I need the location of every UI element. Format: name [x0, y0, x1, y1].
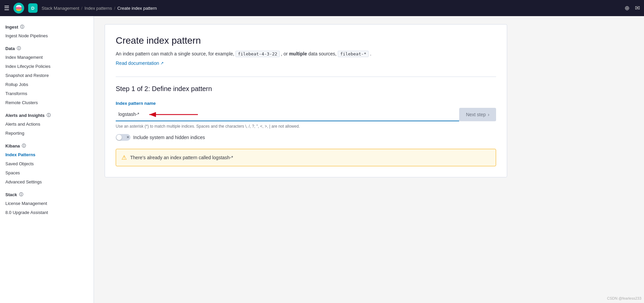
example1-code: filebeat-4-3-22: [235, 51, 279, 57]
toggle-thumb: [116, 135, 122, 140]
input-row: Next step ›: [116, 108, 496, 121]
hamburger-icon[interactable]: ☰: [4, 4, 9, 12]
kibana-help-icon[interactable]: ⓘ: [22, 143, 26, 149]
desc-text-1: An index pattern can match a single sour…: [116, 51, 234, 56]
data-help-icon[interactable]: ⓘ: [17, 46, 21, 51]
sidebar-item-index-lifecycle-policies[interactable]: Index Lifecycle Policies: [0, 62, 94, 71]
alerts-help-icon[interactable]: ⓘ: [47, 113, 51, 118]
next-step-label: Next step: [466, 112, 486, 117]
top-nav-right: ⊕ ✉: [625, 4, 640, 12]
doc-link[interactable]: Read documentation ↗: [116, 60, 164, 66]
sidebar-item-index-management[interactable]: Index Management: [0, 53, 94, 62]
stack-help-icon[interactable]: ⓘ: [19, 192, 23, 198]
sidebar-item-advanced-settings[interactable]: Advanced Settings: [0, 177, 94, 186]
next-step-button[interactable]: Next step ›: [459, 108, 496, 121]
desc-text-2: , or: [281, 51, 289, 56]
breadcrumb-stack-management[interactable]: Stack Management: [42, 6, 79, 11]
main-layout: Ingest ⓘ Ingest Node Pipelines Data ⓘ In…: [0, 16, 644, 303]
sidebar-item-transforms[interactable]: Transforms: [0, 89, 94, 98]
sidebar-item-saved-objects[interactable]: Saved Objects: [0, 159, 94, 168]
sidebar-section-alerts: Alerts and Insights ⓘ Alerts and Actions…: [0, 110, 94, 138]
index-pattern-name-input[interactable]: [116, 108, 459, 121]
top-navigation: ☰ D Stack Management / Index patterns / …: [0, 0, 644, 16]
avatar[interactable]: D: [28, 3, 38, 13]
sidebar-item-upgrade-assistant[interactable]: 8.0 Upgrade Assistant: [0, 208, 94, 217]
sidebar-item-reporting[interactable]: Reporting: [0, 129, 94, 138]
svg-point-3: [15, 7, 22, 9]
sidebar-section-data: Data ⓘ Index Management Index Lifecycle …: [0, 43, 94, 107]
page-title: Create index pattern: [116, 35, 496, 46]
credit-text: CSDN @fearless233: [607, 296, 641, 300]
warning-text: There's already an index pattern called …: [130, 155, 233, 160]
toggle-x-icon: ✕: [126, 135, 129, 139]
breadcrumb-sep-2: /: [114, 6, 115, 11]
warning-icon: ⚠: [121, 154, 127, 161]
sidebar-section-stack: Stack ⓘ License Management 8.0 Upgrade A…: [0, 189, 94, 217]
sidebar-item-remote-clusters[interactable]: Remote Clusters: [0, 98, 94, 107]
sidebar-item-alerts-and-actions[interactable]: Alerts and Actions: [0, 120, 94, 129]
desc-sources: data sources,: [308, 51, 336, 56]
mail-icon[interactable]: ✉: [635, 4, 640, 12]
warning-banner: ⚠ There's already an index pattern calle…: [116, 149, 496, 166]
page-container: Create index pattern An index pattern ca…: [105, 24, 507, 177]
field-label: Index pattern name: [116, 101, 496, 106]
sidebar-item-license-management[interactable]: License Management: [0, 199, 94, 208]
breadcrumb-sep-1: /: [81, 6, 83, 11]
sidebar-section-title-data: Data ⓘ: [0, 43, 94, 53]
sidebar: Ingest ⓘ Ingest Node Pipelines Data ⓘ In…: [0, 16, 94, 303]
sidebar-item-snapshot-restore[interactable]: Snapshot and Restore: [0, 71, 94, 80]
sidebar-section-title-ingest: Ingest ⓘ: [0, 21, 94, 31]
help-icon[interactable]: ⊕: [625, 4, 630, 12]
example2-code: filebeat-*: [338, 51, 369, 57]
hint-text: Use an asterisk (*) to match multiple in…: [116, 124, 496, 129]
sidebar-item-ingest-node-pipelines[interactable]: Ingest Node Pipelines: [0, 31, 94, 40]
sidebar-item-spaces[interactable]: Spaces: [0, 168, 94, 177]
sidebar-item-index-patterns[interactable]: Index Patterns: [0, 150, 94, 159]
sidebar-item-rollup-jobs[interactable]: Rollup Jobs: [0, 80, 94, 89]
description: An index pattern can match a single sour…: [116, 50, 496, 58]
desc-text-5: .: [370, 51, 371, 56]
step-title: Step 1 of 2: Define index pattern: [116, 77, 496, 93]
sidebar-section-title-kibana: Kibana ⓘ: [0, 140, 94, 150]
sidebar-section-ingest: Ingest ⓘ Ingest Node Pipelines: [0, 21, 94, 40]
external-link-icon: ↗: [160, 61, 164, 66]
breadcrumb: Stack Management / Index patterns / Crea…: [42, 6, 157, 11]
sidebar-section-kibana: Kibana ⓘ Index Patterns Saved Objects Sp…: [0, 140, 94, 186]
ingest-help-icon[interactable]: ⓘ: [20, 24, 24, 30]
toggle-row: ✕ Include system and hidden indices: [116, 134, 496, 141]
next-step-arrow-icon: ›: [488, 112, 489, 117]
sidebar-section-title-alerts: Alerts and Insights ⓘ: [0, 110, 94, 120]
toggle-include-hidden[interactable]: ✕: [116, 134, 130, 141]
multiple-bold: multiple: [289, 51, 307, 56]
breadcrumb-index-patterns[interactable]: Index patterns: [85, 6, 112, 11]
toggle-label: Include system and hidden indices: [133, 135, 205, 140]
elastic-logo: [13, 3, 24, 13]
doc-link-text: Read documentation: [116, 60, 159, 66]
sidebar-section-title-stack: Stack ⓘ: [0, 189, 94, 199]
breadcrumb-current: Create index pattern: [117, 6, 157, 11]
main-content: Create index pattern An index pattern ca…: [94, 16, 644, 303]
